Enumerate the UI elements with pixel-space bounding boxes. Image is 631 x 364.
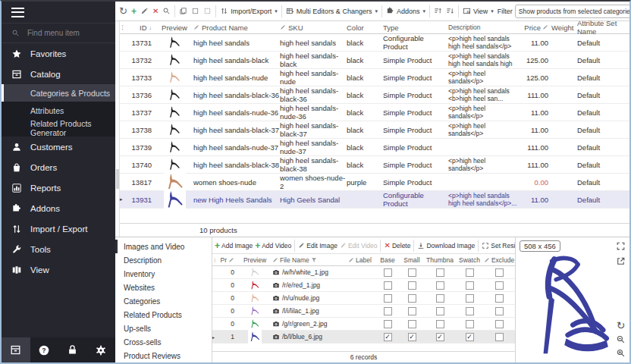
detail-tab[interactable]: Images and Video: [115, 240, 212, 253]
detail-tab[interactable]: Product Reviews: [115, 349, 212, 362]
column-header-price[interactable]: Price: [518, 24, 548, 32]
base-checkbox[interactable]: [384, 320, 392, 328]
detail-tab[interactable]: Related Products: [115, 308, 212, 322]
view-button[interactable]: View▾: [461, 5, 495, 17]
detail-tab[interactable]: Description: [115, 253, 212, 267]
column-header-color[interactable]: Color: [347, 24, 383, 32]
add-product-button[interactable]: +: [130, 5, 138, 17]
import-export-button[interactable]: Import/Export▾: [218, 5, 279, 17]
table-row[interactable]: 13736 high heel sandals-black-36 high he…: [120, 86, 629, 104]
menu-search-input[interactable]: [26, 28, 102, 38]
column-header-weight[interactable]: Weight: [548, 24, 576, 32]
detail-tab[interactable]: Cross-sells: [115, 335, 212, 349]
table-row[interactable]: 13732 high heel sandals-black high heel …: [120, 52, 629, 69]
small-checkbox[interactable]: [408, 281, 416, 290]
help-button[interactable]: [30, 337, 59, 362]
sidebar-item-tools[interactable]: Tools: [2, 239, 115, 259]
detail-tab[interactable]: Up-sells: [115, 322, 212, 335]
exclude-checkbox[interactable]: [495, 281, 504, 290]
swatch-checkbox[interactable]: [466, 294, 474, 303]
detail-tab[interactable]: Inventory: [115, 267, 212, 281]
select-button[interactable]: [190, 5, 201, 17]
open-external-icon[interactable]: [616, 256, 626, 266]
column-header-small[interactable]: Small: [400, 256, 424, 264]
sidebar-subitem[interactable]: Related Products Generator: [2, 119, 115, 136]
sidebar-item-view[interactable]: View: [2, 259, 115, 280]
swatch-checkbox[interactable]: [466, 268, 474, 277]
image-row[interactable]: 0 /l/i/lilac_1.jpg: [212, 305, 515, 318]
base-checkbox[interactable]: [384, 333, 392, 341]
table-row[interactable]: 13733 high heel sandals-nude high heel s…: [120, 69, 629, 86]
column-header-swatch[interactable]: Swatch: [456, 256, 483, 264]
table-row[interactable]: 13731 high heel sandals high heel sandal…: [120, 34, 629, 52]
swatch-checkbox[interactable]: [466, 281, 474, 290]
sidebar-subitem[interactable]: Categories & Products: [2, 84, 115, 102]
base-checkbox[interactable]: [384, 294, 392, 303]
image-row[interactable]: 0 /n/u/nude.jpg: [212, 292, 515, 305]
hamburger-menu-icon[interactable]: [11, 8, 24, 17]
table-row[interactable]: 13740 high heel sandals-black-38 high he…: [120, 156, 629, 174]
exclude-checkbox[interactable]: [495, 268, 504, 277]
image-row[interactable]: 0 /w/h/white_1.jpg: [212, 266, 515, 279]
paste-special-button[interactable]: [202, 5, 213, 17]
sidebar-item-catalog[interactable]: Catalog: [2, 64, 115, 84]
small-checkbox[interactable]: [408, 320, 416, 328]
base-checkbox[interactable]: [384, 281, 392, 290]
sidebar-item-reports[interactable]: Reports: [2, 177, 115, 198]
sidebar-item-orders[interactable]: Orders: [2, 157, 115, 177]
table-row[interactable]: 13738 high heel sandals-black-37 high he…: [120, 121, 629, 139]
image-row[interactable]: ▸ 1 /b/l/blue_6.jpg: [212, 331, 515, 344]
column-header-base[interactable]: Base: [375, 256, 400, 264]
exclude-checkbox[interactable]: [495, 294, 504, 303]
thumbnail-checkbox[interactable]: [436, 333, 444, 341]
thumbnail-checkbox[interactable]: [436, 268, 444, 277]
delete-image-button[interactable]: ✕Delete: [383, 241, 411, 250]
column-header-pr[interactable]: Pr: [219, 256, 237, 264]
edit-product-button[interactable]: [139, 5, 150, 17]
edit-image-button[interactable]: Edit Image: [297, 241, 338, 250]
thumbnail-checkbox[interactable]: [436, 307, 444, 315]
set-resize-rule-button[interactable]: Set Resize Rule: [481, 241, 515, 250]
refresh-button[interactable]: ↻: [118, 4, 129, 18]
copy-button[interactable]: [177, 5, 189, 17]
small-checkbox[interactable]: [408, 268, 416, 277]
thumbnail-checkbox[interactable]: [436, 294, 444, 303]
thumbnail-checkbox[interactable]: [436, 281, 444, 290]
column-header-id[interactable]: ID↓: [127, 24, 155, 32]
zoom-out-icon[interactable]: [616, 334, 626, 344]
multi-editors-button[interactable]: Multi Editors & Changers▾: [284, 5, 379, 17]
sidebar-subitem[interactable]: Attributes: [2, 102, 115, 119]
sidebar-item-addons[interactable]: Addons: [2, 198, 115, 218]
column-header-product-name[interactable]: Product Name: [193, 24, 280, 32]
column-header-preview[interactable]: Preview: [237, 256, 272, 264]
base-checkbox[interactable]: [384, 307, 392, 315]
exclude-checkbox[interactable]: [495, 333, 504, 341]
fit-to-screen-icon[interactable]: [616, 241, 626, 251]
zoom-in-icon[interactable]: [616, 348, 626, 358]
detail-tab[interactable]: Websites: [115, 281, 212, 294]
sidebar-item-customers[interactable]: Customers: [2, 136, 115, 157]
swatch-checkbox[interactable]: [466, 333, 474, 341]
column-header-type[interactable]: Type: [383, 24, 448, 32]
download-image-button[interactable]: Download Image: [416, 241, 476, 250]
column-header-description[interactable]: Description: [448, 24, 518, 31]
add-video-button[interactable]: +Add Video: [254, 240, 292, 251]
exclude-checkbox[interactable]: [495, 307, 504, 315]
lock-button[interactable]: [58, 337, 87, 362]
bottom-catalog-button[interactable]: [2, 337, 30, 362]
table-row[interactable]: 13739 high heel sandals-nude-37 high hee…: [120, 139, 629, 156]
delete-product-button[interactable]: ✕: [151, 6, 160, 17]
sidebar-item-import-export[interactable]: Import / Export: [2, 218, 115, 239]
rotate-icon[interactable]: ↻: [617, 320, 626, 331]
table-row[interactable]: 13817 women shoes-nude women shoes-nude-…: [120, 174, 629, 191]
table-row[interactable]: ▸ 13931 new High Heels Sandals High Geel…: [120, 191, 629, 209]
image-row[interactable]: 0 /r/e/red_1.jpg: [212, 279, 515, 292]
image-row[interactable]: 0 /g/r/green_2.jpg: [212, 318, 515, 331]
column-header-file-name[interactable]: File Name: [272, 256, 348, 264]
edit-video-button[interactable]: Edit Video: [339, 241, 378, 250]
add-image-button[interactable]: +Add Image: [214, 240, 253, 251]
small-checkbox[interactable]: [408, 307, 416, 315]
base-checkbox[interactable]: [384, 268, 392, 277]
search-products-button[interactable]: [161, 5, 172, 17]
column-header-sku[interactable]: SKU: [280, 24, 347, 32]
